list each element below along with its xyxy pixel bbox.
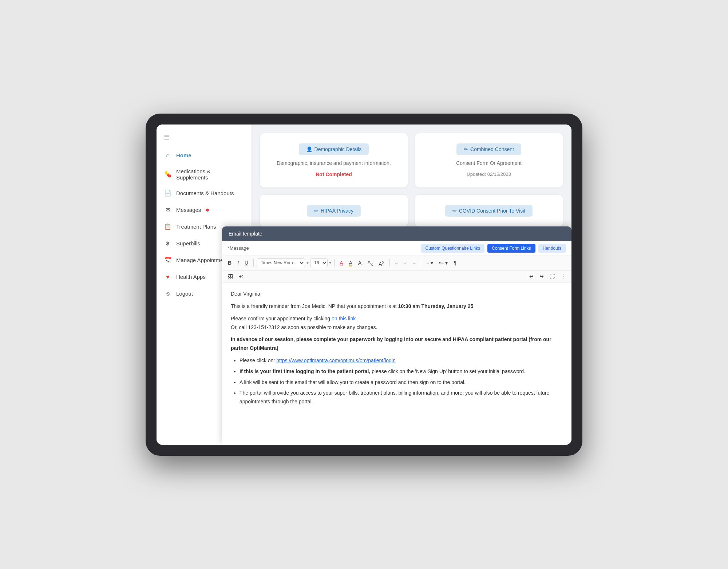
sidebar-label-logout: Logout [176, 291, 193, 297]
insert-image-button[interactable]: 🖼 [226, 272, 235, 281]
appointment-reminder: This is a friendly reminder from Joe Med… [231, 302, 563, 311]
modal-tabs-row: *Message Custom Questionnaire Links Cons… [222, 241, 571, 256]
paragraph-button[interactable]: ¶ [451, 258, 459, 267]
ordered-list-button[interactable]: ≡ ▾ [424, 258, 435, 267]
bullet-4: The portal will provide you access to yo… [240, 389, 563, 406]
more-options-button[interactable]: ⋮ [558, 272, 568, 281]
email-template-modal: Email template *Message Custom Questionn… [222, 226, 571, 445]
bold-button[interactable]: B [226, 258, 234, 267]
highlight-icon: A [349, 260, 352, 266]
message-label: *Message [228, 245, 249, 251]
sidebar-item-messages[interactable]: ✉ Messages [157, 202, 251, 218]
text-color-icon: A [340, 260, 343, 266]
covid-consent-button[interactable]: ✏ COVID Consent Prior To Visit [445, 205, 533, 217]
card-hipaa: ✏ HIPAA Privacy [260, 195, 408, 227]
portal-link[interactable]: https://www.optimantra.com/optimus/om/pa… [276, 357, 396, 363]
menu-icon: ☰ [164, 134, 170, 141]
toolbar-row2-right: ↩ ↪ ⛶ ⋮ [527, 272, 568, 281]
sidebar-label-health-apps: Health Apps [176, 274, 206, 280]
bullet-1-prefix: Please click on: [240, 357, 276, 363]
greeting-text: Dear Virginia, [231, 290, 563, 299]
strikethrough-button[interactable]: A [356, 258, 364, 267]
sidebar-item-home[interactable]: ⌂ Home [157, 147, 251, 164]
sidebar-item-medications[interactable]: 💊 Medications & Supplements [157, 164, 251, 185]
toolbar-divider-4 [421, 259, 421, 266]
demographic-details-button[interactable]: 👤 Demographic Details [299, 143, 369, 155]
superscript-button[interactable]: Ax [376, 258, 386, 268]
redo-button[interactable]: ↪ [537, 272, 546, 281]
handouts-tab[interactable]: Handouts [538, 244, 566, 253]
tablet-screen: ☰ ⌂ Home 💊 Medications & Supplements 📄 D… [157, 125, 571, 445]
hipaa-button[interactable]: ✏ HIPAA Privacy [307, 205, 361, 217]
font-size-select[interactable]: 16 [310, 258, 328, 267]
demographic-desc: Demographic, insurance and payment infor… [277, 159, 391, 167]
confirm-line: Please confirm your appointment by click… [231, 315, 563, 332]
sidebar-label-home: Home [176, 152, 191, 158]
toolbar-divider-1 [253, 259, 254, 266]
tablet-frame: ☰ ⌂ Home 💊 Medications & Supplements 📄 D… [146, 114, 582, 456]
portal-instructions: Please click on: https://www.optimantra.… [240, 356, 563, 406]
clipboard-icon: 📋 [164, 223, 172, 231]
email-modal-overlay: Email template *Message Custom Questionn… [222, 226, 571, 445]
sidebar-label-treatment: Treatment Plans [176, 224, 216, 230]
heart-icon: ♥ [164, 273, 172, 281]
align-left-button[interactable]: ≡ [393, 258, 400, 267]
sidebar-label-messages: Messages [176, 207, 201, 213]
underline-button[interactable]: U [242, 258, 250, 267]
editor-body[interactable]: Dear Virginia, This is a friendly remind… [222, 282, 571, 444]
doc-icon: 📄 [164, 189, 172, 197]
pencil-icon: ✏ [464, 146, 468, 152]
toolbar-divider-3 [389, 259, 390, 266]
pencil-icon-covid: ✏ [452, 208, 457, 214]
pills-icon: 💊 [164, 170, 172, 178]
custom-questionnaire-tab[interactable]: Custom Questionnaire Links [421, 244, 485, 253]
card-combined-consent: ✏ Combined Consent Consent Form Or Agree… [415, 133, 563, 187]
mail-icon: ✉ [164, 206, 172, 214]
bullet-2: If this is your first time logging in to… [240, 367, 563, 376]
sidebar-label-superbills: Superbills [176, 240, 200, 246]
combined-consent-updated: Updated: 02/15/2023 [467, 171, 511, 177]
sidebar-item-documents[interactable]: 📄 Documents & Handouts [157, 185, 251, 202]
dollar-icon: $ [164, 240, 172, 248]
confirm-link[interactable]: on this link [332, 316, 356, 321]
align-right-button[interactable]: ≡ [411, 258, 418, 267]
bullet-2-suffix: please click on the 'New Sign Up' button… [370, 368, 525, 374]
combined-consent-button[interactable]: ✏ Combined Consent [456, 143, 521, 155]
cards-grid: 👤 Demographic Details Demographic, insur… [260, 133, 563, 227]
home-icon: ⌂ [164, 151, 172, 159]
calendar-icon: 📅 [164, 256, 172, 264]
bullet-2-bold: If this is your first time logging in to… [240, 368, 370, 374]
card-covid: ✏ COVID Consent Prior To Visit [415, 195, 563, 227]
font-size-dropdown-arrow: ▾ [306, 260, 309, 265]
logout-icon: ⎋ [164, 290, 172, 298]
text-color-button[interactable]: A [337, 258, 345, 267]
align-center-button[interactable]: ≡ [401, 258, 409, 267]
font-family-select[interactable]: Times New Rom... [257, 258, 305, 267]
consent-form-links-tab[interactable]: Consent Form Links [487, 244, 535, 253]
combined-consent-desc: Consent Form Or Agreement [456, 159, 522, 167]
editor-toolbar-row2: 🖼 +: ↩ ↪ ⛶ ⋮ [222, 270, 571, 282]
font-size-arrow: ▾ [329, 260, 331, 265]
italic-button[interactable]: I [235, 258, 241, 267]
card-demographic: 👤 Demographic Details Demographic, insur… [260, 133, 408, 187]
bullet-3: A link will be sent to this email that w… [240, 378, 563, 387]
fullscreen-button[interactable]: ⛶ [547, 272, 557, 281]
modal-header: Email template [222, 226, 571, 241]
bullet-1: Please click on: https://www.optimantra.… [240, 356, 563, 365]
unordered-list-button[interactable]: •≡ ▾ [437, 258, 450, 267]
subscript-button[interactable]: Ax [365, 258, 375, 268]
modal-title: Email template [229, 231, 262, 237]
pencil-icon-hipaa: ✏ [314, 208, 318, 214]
hamburger-menu[interactable]: ☰ [157, 130, 251, 147]
highlight-button[interactable]: A [347, 258, 354, 267]
paperwork-reminder: In advance of our session, please comple… [231, 335, 563, 353]
sidebar-label-documents: Documents & Handouts [176, 190, 234, 196]
demographic-status: Not Completed [316, 171, 352, 177]
toolbar-row2-left: 🖼 +: [226, 272, 245, 281]
messages-badge [206, 209, 209, 212]
sidebar-label-medications: Medications & Supplements [176, 168, 244, 181]
editor-toolbar-row1: B I U Times New Rom... ▾ 16 ▾ A [222, 256, 571, 271]
undo-button[interactable]: ↩ [527, 272, 536, 281]
toolbar-divider-2 [334, 259, 335, 266]
insert-more-button[interactable]: +: [237, 272, 245, 281]
